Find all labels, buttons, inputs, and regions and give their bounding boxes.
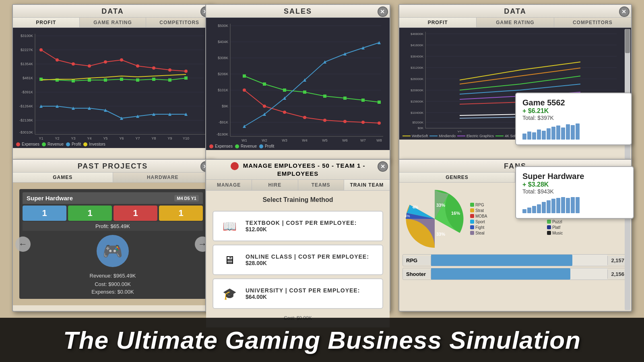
training-online[interactable]: 🖥 Online Class | Cost Per Employee: $28.… [213, 245, 383, 275]
tab-train-team[interactable]: Train Team [344, 180, 390, 190]
svg-text:16%: 16% [451, 211, 460, 216]
svg-rect-40 [72, 79, 75, 82]
svg-text:$3100K: $3100K [21, 34, 33, 38]
project-icon: 🎮 [97, 235, 129, 267]
project-card: Super Hardware M4 D5 Y1 1 1 1 1 Profit: … [19, 189, 206, 299]
svg-text:$46800K: $46800K [411, 32, 424, 36]
tab-game-rating-right[interactable]: Game Rating [477, 18, 554, 27]
tab-profit-left[interactable]: Profit [13, 18, 80, 27]
tab-competitors-right[interactable]: Competitors [554, 18, 631, 27]
svg-point-30 [72, 62, 75, 66]
svg-text:Y8: Y8 [151, 136, 156, 140]
svg-point-91 [378, 121, 381, 125]
sales-panel-title: Sales [284, 7, 312, 15]
svg-text:W2: W2 [262, 138, 267, 142]
tab-genres[interactable]: Genres [399, 173, 515, 182]
svg-text:Y6: Y6 [119, 136, 124, 140]
notif-superhardware-title: Super Hardware [522, 172, 627, 181]
tab-hire[interactable]: Hire [252, 180, 298, 190]
tab-hardware[interactable]: Hardware [113, 173, 213, 182]
svg-text:$481K: $481K [23, 76, 33, 80]
svg-text:$2227K: $2227K [21, 48, 33, 52]
tab-profit-right[interactable]: Profit [399, 18, 477, 27]
svg-text:W8: W8 [376, 138, 382, 142]
svg-point-29 [56, 58, 59, 62]
sales-panel-legend: Expenses Revenue Profit [206, 142, 390, 150]
training-title: Select Training Method [206, 191, 390, 208]
prev-project-button[interactable]: ← [15, 237, 31, 252]
svg-text:W4: W4 [302, 138, 308, 142]
training-university[interactable]: 🎓 University | Cost Per Employee: $64.00… [213, 278, 383, 309]
svg-text:Y7: Y7 [135, 136, 140, 140]
project-card-header: Super Hardware M4 D5 Y1 [23, 192, 203, 204]
past-projects-tabs: Games Hardware [13, 173, 213, 183]
sales-panel-close[interactable]: ✕ [378, 6, 388, 17]
svg-rect-41 [88, 78, 91, 82]
svg-point-33 [120, 58, 123, 62]
svg-text:$20800K: $20800K [411, 88, 424, 92]
score-boxes: 1 1 1 1 [23, 206, 203, 221]
svg-rect-42 [104, 78, 107, 82]
svg-rect-44 [136, 78, 139, 82]
manage-employees-close[interactable]: ✕ [378, 161, 388, 172]
textbook-cost: $12.00K [246, 226, 357, 232]
svg-point-90 [361, 121, 365, 124]
data-panel-right-title: Data [504, 7, 526, 15]
tab-manage[interactable]: Manage [206, 180, 252, 190]
svg-rect-47 [184, 76, 188, 80]
notification-game5562: Game 5562 + $6.21K Total: $397K [515, 93, 632, 145]
sales-chart: $500K $404K $308K $206K $101K $9K -$91K … [206, 18, 390, 142]
online-cost: $28.00K [246, 260, 369, 266]
svg-text:W5: W5 [322, 138, 328, 142]
svg-rect-99 [378, 101, 381, 104]
university-icon: 🎓 [220, 284, 239, 303]
tab-teams[interactable]: Teams [298, 180, 344, 190]
past-projects-title: Past Projects [78, 162, 148, 170]
svg-point-35 [152, 66, 155, 70]
past-projects-panel: Past Projects ✕ Games Hardware ← → Super… [12, 159, 213, 312]
svg-rect-45 [152, 78, 155, 81]
data-panel-right-close[interactable]: ✕ [619, 6, 630, 17]
project-cost: Cost: $900.00K [23, 280, 203, 288]
svg-rect-98 [361, 99, 365, 102]
svg-text:W7: W7 [360, 138, 366, 142]
training-university-info: University | Cost Per Employee: $64.00K [246, 287, 360, 300]
svg-text:$36400K: $36400K [411, 55, 424, 58]
training-textbook[interactable]: 📖 Textbook | Cost Per Employee: $12.00K [213, 211, 383, 241]
svg-rect-93 [263, 82, 266, 86]
sales-panel-header: Sales ✕ [206, 5, 390, 18]
manage-employees-panel: Manage Employees - 50 - Team 1 - Employe… [205, 159, 390, 312]
svg-text:$308K: $308K [218, 56, 228, 60]
data-panel-left: Data ✕ Profit Game Rating Competitors [12, 4, 213, 161]
svg-point-28 [39, 48, 43, 51]
svg-point-86 [283, 111, 286, 114]
svg-text:$206K: $206K [218, 72, 228, 76]
notification-superhardware: Super Hardware + $3.28K Total: $943K [515, 166, 634, 219]
manage-employees-title: Manage Employees - 50 - Team 1 - Employe… [243, 162, 365, 177]
past-projects-header: Past Projects ✕ [13, 160, 213, 173]
tab-games[interactable]: Games [13, 173, 113, 182]
notif-game5562-bars [522, 123, 625, 140]
project-expenses: Expenses: $0.00K [23, 288, 203, 296]
svg-rect-94 [283, 88, 286, 92]
project-badge: M4 D5 Y1 [174, 195, 199, 202]
svg-text:$41600K: $41600K [411, 43, 424, 47]
svg-text:$404K: $404K [218, 40, 228, 44]
svg-point-88 [323, 119, 326, 122]
svg-text:Y1: Y1 [39, 136, 43, 140]
data-panel-left-legend: Expenses Revenue Profit Investors [13, 140, 213, 148]
tab-game-rating-left[interactable]: Game Rating [80, 18, 147, 27]
tab-competitors-left[interactable]: Competitors [146, 18, 213, 27]
training-online-info: Online Class | Cost Per Employee: $28.00… [246, 253, 369, 266]
data-panel-right-header: Data ✕ [399, 5, 631, 18]
svg-marker-104 [323, 60, 326, 64]
svg-text:$0K: $0K [418, 126, 424, 130]
svg-point-84 [243, 88, 246, 92]
project-revenue: Revenue: $965.49K [23, 271, 203, 280]
svg-point-32 [104, 60, 107, 64]
svg-text:-$3010K: -$3010K [19, 130, 33, 134]
svg-text:$9K: $9K [222, 104, 228, 108]
svg-text:$26000K: $26000K [411, 77, 424, 81]
data-panel-right-tabs: Profit Game Rating Competitors [399, 18, 631, 28]
genre-row-shooter: Shooter 2,156 [402, 268, 628, 280]
